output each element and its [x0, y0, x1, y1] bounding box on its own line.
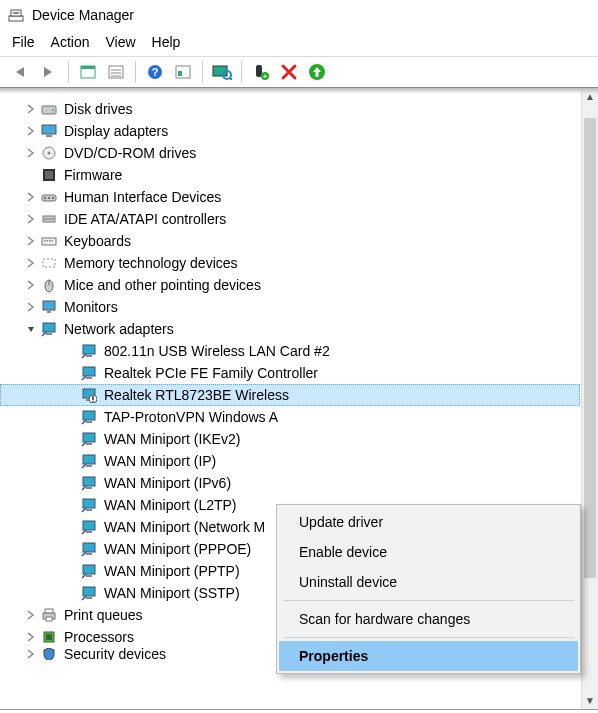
expand-arrow-icon[interactable]	[24, 146, 38, 160]
menu-view[interactable]: View	[105, 34, 135, 50]
context-menu: Update driverEnable deviceUninstall devi…	[276, 504, 581, 674]
show-hidden-button[interactable]	[75, 59, 101, 85]
context-menu-item[interactable]: Scan for hardware changes	[279, 604, 578, 634]
add-legacy-button[interactable]: +	[248, 59, 274, 85]
tree-category[interactable]: IDE ATA/ATAPI controllers	[0, 208, 580, 230]
tree-device[interactable]: Realtek PCIe FE Family Controller	[0, 362, 580, 384]
net-card-icon	[80, 584, 98, 602]
vertical-scrollbar[interactable]: ▲ ▼	[581, 88, 598, 709]
svg-rect-67	[86, 553, 92, 555]
menu-file[interactable]: File	[12, 34, 35, 50]
expand-arrow-icon[interactable]	[24, 322, 38, 336]
tree-device[interactable]: WAN Miniport (IPv6)	[0, 472, 580, 494]
cpu-icon	[40, 628, 58, 646]
tree-category[interactable]: Firmware	[0, 164, 580, 186]
tree-category[interactable]: Keyboards	[0, 230, 580, 252]
context-menu-separator	[283, 637, 574, 638]
tree-label: Human Interface Devices	[64, 189, 221, 205]
toolbar-separator	[202, 61, 203, 83]
tree-label: WAN Miniport (L2TP)	[104, 497, 237, 513]
context-menu-label: Enable device	[299, 544, 387, 560]
svg-rect-70	[83, 587, 95, 596]
tree-device[interactable]: ↓Realtek RTL8723BE Wireless	[0, 384, 580, 406]
tree-label: WAN Miniport (IPv6)	[104, 475, 231, 491]
svg-rect-49	[86, 377, 92, 379]
svg-rect-62	[83, 499, 95, 508]
svg-rect-27	[45, 171, 53, 179]
net-card-icon	[80, 430, 98, 448]
network-icon	[40, 320, 58, 338]
help-button[interactable]: ?	[142, 59, 168, 85]
tree-category[interactable]: Display adapters	[0, 120, 580, 142]
action-button[interactable]	[170, 59, 196, 85]
expand-arrow-icon[interactable]	[24, 608, 38, 622]
tree-category[interactable]: DVD/CD-ROM drives	[0, 142, 580, 164]
tree-device[interactable]: 802.11n USB Wireless LAN Card #2	[0, 340, 580, 362]
scan-button[interactable]	[209, 59, 235, 85]
context-menu-item[interactable]: Properties	[279, 641, 578, 671]
net-card-icon	[80, 474, 98, 492]
svg-rect-55	[86, 421, 92, 423]
svg-rect-36	[47, 240, 49, 242]
svg-rect-46	[83, 345, 95, 354]
remove-button[interactable]	[276, 59, 302, 85]
svg-line-15	[230, 78, 232, 80]
tree-category[interactable]: Human Interface Devices	[0, 186, 580, 208]
svg-rect-64	[83, 521, 95, 530]
svg-point-29	[44, 197, 46, 199]
tree-category[interactable]: Monitors	[0, 296, 580, 318]
scroll-thumb[interactable]	[584, 118, 596, 578]
tree-category[interactable]: Disk drives	[0, 98, 580, 120]
menu-action[interactable]: Action	[51, 34, 90, 50]
mouse-icon	[40, 276, 58, 294]
menu-help[interactable]: Help	[152, 34, 181, 50]
expand-arrow-icon[interactable]	[24, 102, 38, 116]
scroll-down-button[interactable]: ▼	[582, 692, 598, 709]
svg-rect-47	[86, 355, 92, 357]
enable-button[interactable]	[304, 59, 330, 85]
svg-rect-12	[178, 71, 182, 76]
tree-label: WAN Miniport (SSTP)	[104, 585, 240, 601]
tree-device[interactable]: TAP-ProtonVPN Windows A	[0, 406, 580, 428]
tree-category[interactable]: Memory technology devices	[0, 252, 580, 274]
expand-arrow-icon[interactable]	[24, 300, 38, 314]
expand-arrow-icon[interactable]	[24, 190, 38, 204]
tree-label: Display adapters	[64, 123, 168, 139]
app-icon	[8, 7, 24, 23]
svg-rect-54	[83, 411, 95, 420]
svg-rect-76	[46, 634, 52, 640]
context-menu-item[interactable]: Enable device	[279, 537, 578, 567]
svg-rect-38	[52, 240, 54, 242]
context-menu-item[interactable]: Update driver	[279, 507, 578, 537]
nav-forward-button[interactable]	[36, 59, 62, 85]
svg-rect-63	[86, 509, 92, 511]
expand-arrow-icon[interactable]	[24, 278, 38, 292]
expand-arrow-icon[interactable]	[24, 124, 38, 138]
tree-label: WAN Miniport (IP)	[104, 453, 216, 469]
tree-label: Memory technology devices	[64, 255, 238, 271]
tree-device[interactable]: WAN Miniport (IKEv2)	[0, 428, 580, 450]
expand-arrow-icon[interactable]	[24, 648, 38, 660]
tree-device[interactable]: WAN Miniport (IP)	[0, 450, 580, 472]
expand-arrow-icon[interactable]	[24, 256, 38, 270]
expand-arrow-icon[interactable]	[24, 630, 38, 644]
context-menu-item[interactable]: Uninstall device	[279, 567, 578, 597]
tree-category[interactable]: Network adapters	[0, 318, 580, 340]
tree-label: Firmware	[64, 167, 122, 183]
expand-arrow-icon[interactable]	[24, 234, 38, 248]
tree-label: DVD/CD-ROM drives	[64, 145, 196, 161]
svg-point-31	[52, 197, 54, 199]
properties-toolbar-button[interactable]	[103, 59, 129, 85]
svg-text:↓: ↓	[91, 396, 95, 403]
toolbar-separator	[135, 61, 136, 83]
memory-icon	[40, 254, 58, 272]
tree-label: Print queues	[64, 607, 143, 623]
tree-category[interactable]: Mice and other pointing devices	[0, 274, 580, 296]
nav-back-button[interactable]	[8, 59, 34, 85]
titlebar: Device Manager	[0, 0, 598, 30]
svg-rect-71	[86, 597, 92, 599]
expand-arrow-icon[interactable]	[24, 212, 38, 226]
hid-icon	[40, 188, 58, 206]
tree-label: WAN Miniport (PPTP)	[104, 563, 240, 579]
net-card-icon	[80, 452, 98, 470]
